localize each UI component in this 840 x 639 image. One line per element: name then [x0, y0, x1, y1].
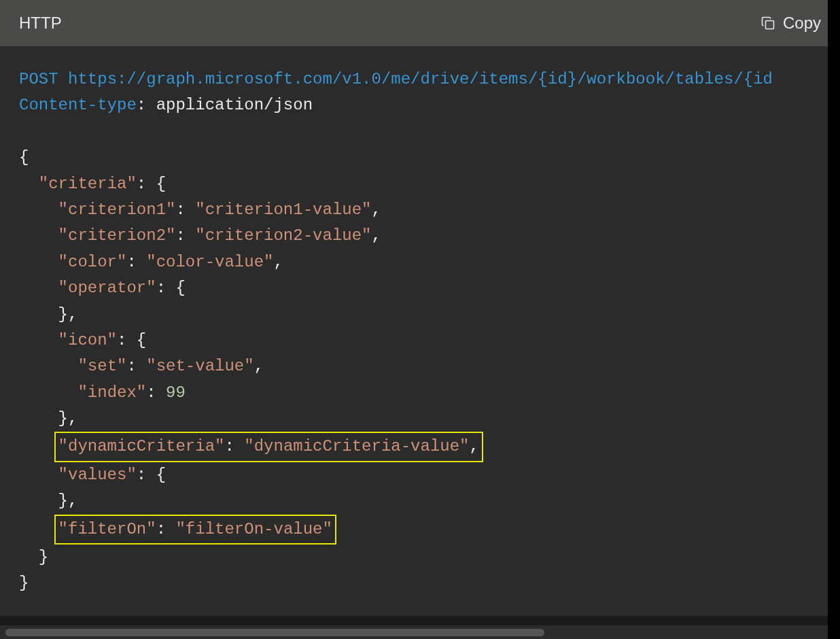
code-line: }	[19, 570, 821, 596]
copy-icon	[760, 15, 776, 31]
code-block: POST https://graph.microsoft.com/v1.0/me…	[0, 46, 840, 616]
http-method: POST	[19, 70, 58, 88]
code-line: Content-type: application/json	[19, 92, 821, 118]
right-edge	[828, 0, 840, 639]
code-line: "criterion2": "criterion2-value",	[19, 223, 821, 249]
copy-label: Copy	[783, 14, 821, 33]
copy-button[interactable]: Copy	[760, 14, 821, 33]
code-line: "criterion1": "criterion1-value",	[19, 197, 821, 223]
code-line: "criteria": {	[19, 171, 821, 197]
code-line: },	[19, 406, 821, 432]
svg-rect-0	[765, 21, 773, 29]
code-line: "color": "color-value",	[19, 249, 821, 275]
code-line: "dynamicCriteria": "dynamicCriteria-valu…	[19, 432, 821, 462]
code-line: "index": 99	[19, 380, 821, 406]
highlight-dynamic-criteria: "dynamicCriteria": "dynamicCriteria-valu…	[54, 432, 483, 462]
header-key: Content-type	[19, 96, 137, 114]
horizontal-scrollbar[interactable]	[0, 625, 828, 639]
code-line: },	[19, 302, 821, 328]
code-line: {	[19, 145, 821, 171]
code-line: POST https://graph.microsoft.com/v1.0/me…	[19, 67, 821, 92]
request-url: https://graph.microsoft.com/v1.0/me/driv…	[68, 70, 773, 88]
header-value: application/json	[156, 96, 313, 114]
code-line: "set": "set-value",	[19, 353, 821, 379]
scrollbar-thumb[interactable]	[5, 629, 544, 636]
code-line: }	[19, 545, 821, 570]
code-line: "icon": {	[19, 328, 821, 353]
code-line: "values": {	[19, 462, 821, 488]
code-line: "filterOn": "filterOn-value"	[19, 515, 821, 545]
highlight-filter-on: "filterOn": "filterOn-value"	[54, 515, 336, 545]
code-line: },	[19, 488, 821, 514]
code-header: HTTP Copy	[0, 0, 840, 46]
code-line: "operator": {	[19, 275, 821, 301]
language-label: HTTP	[19, 14, 62, 33]
